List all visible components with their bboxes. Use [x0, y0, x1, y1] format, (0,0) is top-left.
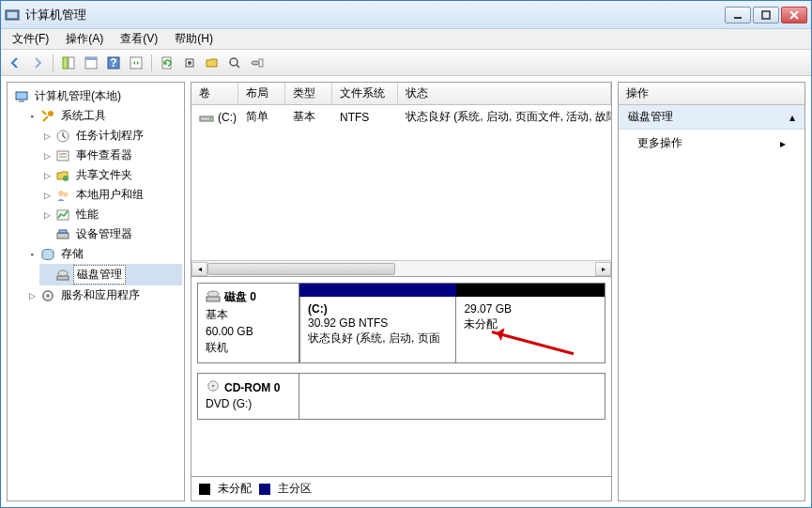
tree-scheduler[interactable]: ▷ 任务计划程序: [39, 126, 182, 146]
refresh-button[interactable]: [157, 53, 177, 73]
tree-performance[interactable]: ▷ 性能: [39, 205, 182, 224]
help-button[interactable]: ?: [103, 53, 124, 73]
chevron-right-icon: ▸: [780, 137, 786, 150]
svg-rect-3: [762, 11, 770, 19]
close-button[interactable]: [781, 7, 807, 23]
tree-localusers[interactable]: ▷ 本地用户和组: [39, 185, 182, 205]
partition-unallocated[interactable]: 29.07 GB 未分配: [455, 297, 605, 363]
cdrom-icon: [206, 379, 221, 395]
tree-root-label: 计算机管理(本地): [32, 87, 124, 105]
tree-devmgr[interactable]: 设备管理器: [39, 224, 182, 244]
actions-body: 磁盘管理 ▴ 更多操作 ▸: [619, 105, 804, 500]
svg-rect-40: [207, 297, 220, 301]
volume-fs: NTFS: [332, 107, 398, 127]
col-status[interactable]: 状态: [398, 83, 611, 104]
tree-eventviewer[interactable]: ▷ 事件查看器: [39, 146, 182, 165]
forward-button[interactable]: [27, 53, 48, 73]
refresh-view-button[interactable]: [126, 53, 146, 73]
col-layout[interactable]: 布局: [238, 83, 285, 104]
cdrom-row[interactable]: CD-ROM 0 DVD (G:): [197, 373, 605, 420]
menu-action[interactable]: 操作(A): [58, 29, 111, 49]
legend: 未分配 主分区: [192, 476, 611, 500]
legend-unalloc-label: 未分配: [218, 481, 252, 497]
expand-icon[interactable]: ▷: [41, 150, 53, 162]
action-group-diskmgmt[interactable]: 磁盘管理 ▴: [619, 105, 804, 130]
zoom-button[interactable]: [224, 53, 245, 73]
disk-0-row[interactable]: 磁盘 0 基本 60.00 GB 联机 (C:): [197, 283, 605, 363]
scroll-thumb[interactable]: [207, 263, 395, 275]
tree-diskmgmt-label: 磁盘管理: [73, 265, 126, 285]
collapse-icon[interactable]: ▪: [26, 111, 38, 122]
expand-icon[interactable]: ▷: [41, 170, 53, 181]
svg-rect-31: [57, 233, 69, 239]
tree-localusers-label: 本地用户和组: [73, 186, 146, 204]
toolbar-separator: [151, 54, 152, 71]
scroll-left-button[interactable]: ◂: [192, 262, 207, 276]
actions-header: 操作: [619, 83, 804, 105]
svg-point-39: [209, 118, 211, 120]
actions-panel: 操作 磁盘管理 ▴ 更多操作 ▸: [618, 82, 805, 501]
show-hide-tree-button[interactable]: [58, 53, 79, 73]
main-area: 计算机管理(本地) ▪ 系统工具 ▷ 任务计划程序 ▷: [1, 76, 811, 507]
action-more-label: 更多操作: [637, 135, 682, 151]
expand-icon[interactable]: ▷: [41, 131, 53, 142]
disk-graphical-panel[interactable]: 磁盘 0 基本 60.00 GB 联机 (C:): [192, 276, 611, 476]
performance-icon: [55, 208, 70, 223]
volume-list[interactable]: (C:) 简单 基本 NTFS 状态良好 (系统, 启动, 页面文件, 活动, …: [192, 105, 611, 260]
scroll-right-button[interactable]: ▸: [595, 262, 611, 276]
settings-button[interactable]: [179, 53, 200, 73]
menubar: 文件(F) 操作(A) 查看(V) 帮助(H): [1, 29, 811, 50]
expand-icon[interactable]: ▷: [41, 209, 53, 221]
col-volume[interactable]: 卷: [192, 83, 238, 104]
col-fs[interactable]: 文件系统: [332, 83, 398, 104]
back-button[interactable]: [5, 53, 25, 73]
menu-file[interactable]: 文件(F): [5, 29, 56, 49]
partition-c[interactable]: (C:) 30.92 GB NTFS 状态良好 (系统, 启动, 页面: [299, 297, 456, 363]
partition-colorbar: [299, 284, 605, 297]
titlebar[interactable]: 计算机管理: [1, 1, 811, 29]
svg-rect-34: [57, 276, 69, 280]
cdrom-info[interactable]: CD-ROM 0 DVD (G:): [198, 374, 299, 419]
tree-services[interactable]: ▷ 服务和应用程序: [24, 285, 182, 305]
svg-point-15: [188, 61, 192, 65]
tree-root[interactable]: 计算机管理(本地): [9, 86, 182, 106]
minimize-button[interactable]: [725, 7, 751, 23]
menu-view[interactable]: 查看(V): [113, 29, 165, 49]
tools-icon: [40, 109, 55, 124]
disk-0-info[interactable]: 磁盘 0 基本 60.00 GB 联机: [198, 284, 299, 362]
disk-0-state: 联机: [206, 340, 291, 356]
volume-list-header: 卷 布局 类型 文件系统 状态: [192, 83, 611, 105]
scroll-track[interactable]: [207, 262, 595, 276]
svg-point-29: [64, 192, 69, 196]
col-type[interactable]: 类型: [285, 83, 332, 104]
volume-row[interactable]: (C:) 简单 基本 NTFS 状态良好 (系统, 启动, 页面文件, 活动, …: [192, 105, 611, 129]
svg-point-37: [46, 294, 50, 298]
shared-folder-icon: [55, 168, 70, 183]
tree-services-label: 服务和应用程序: [58, 286, 143, 304]
tree-diskmgmt[interactable]: 磁盘管理: [39, 264, 182, 285]
disk-list-button[interactable]: [247, 53, 268, 73]
disk-0-size: 60.00 GB: [206, 325, 291, 338]
open-button[interactable]: [202, 53, 222, 73]
collapse-icon[interactable]: ▴: [789, 111, 795, 124]
svg-rect-21: [19, 100, 24, 102]
titlebar-text: 计算机管理: [25, 7, 725, 23]
menu-help[interactable]: 帮助(H): [167, 29, 221, 49]
toolbar: ?: [1, 50, 811, 76]
primary-segment: [299, 284, 456, 297]
action-more[interactable]: 更多操作 ▸: [619, 130, 804, 157]
tree-panel[interactable]: 计算机管理(本地) ▪ 系统工具 ▷ 任务计划程序 ▷: [7, 82, 185, 501]
properties-button[interactable]: [81, 53, 101, 73]
expand-icon[interactable]: ▷: [26, 290, 38, 301]
expand-icon[interactable]: ▷: [41, 190, 53, 201]
tree-sharedfolders[interactable]: ▷ 共享文件夹: [39, 165, 182, 185]
tree-systools[interactable]: ▪ 系统工具: [24, 106, 182, 126]
tree-sharedfolders-label: 共享文件夹: [73, 166, 135, 184]
unallocated-size: 29.07 GB: [464, 302, 597, 316]
svg-point-27: [63, 176, 69, 181]
tree-storage[interactable]: ▪ 存储: [24, 244, 182, 264]
tree-scheduler-label: 任务计划程序: [73, 127, 146, 145]
maximize-button[interactable]: [753, 7, 779, 23]
horizontal-scrollbar[interactable]: ◂ ▸: [192, 260, 611, 276]
collapse-icon[interactable]: ▪: [26, 249, 38, 260]
